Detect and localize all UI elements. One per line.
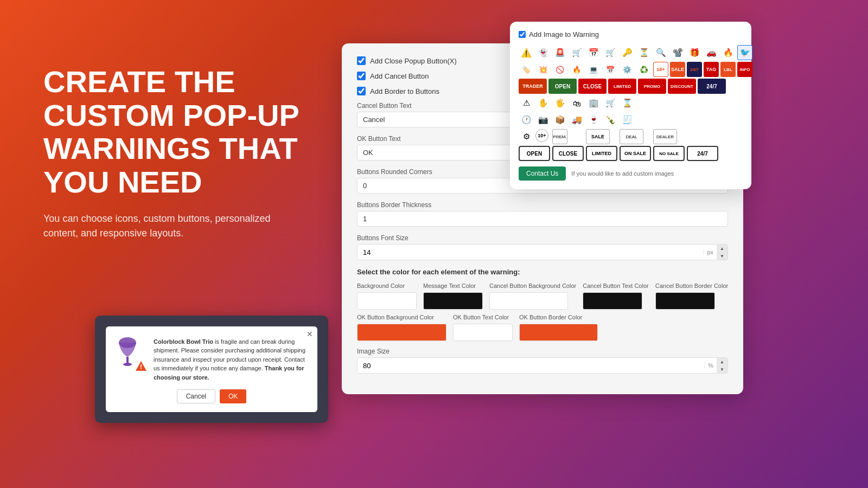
msg-text-color-swatch[interactable] xyxy=(423,292,483,310)
icon-receipt[interactable]: 🧾 xyxy=(620,112,635,127)
icon-badge-trader[interactable]: TRADER xyxy=(519,79,547,94)
icon-warning[interactable]: ⚠️ xyxy=(519,45,534,60)
image-size-up-button[interactable]: ▲ xyxy=(717,358,727,365)
icon-warn-outline[interactable]: ⚠ xyxy=(519,95,534,111)
icon-blank16 xyxy=(636,129,652,144)
icon-key[interactable]: 🔑 xyxy=(620,45,635,60)
ok-bg-color-swatch[interactable] xyxy=(357,324,446,341)
image-size-group: Image Size % ▲ ▼ xyxy=(357,348,728,374)
icon-tag1[interactable]: 🏷️ xyxy=(519,62,534,77)
cancel-text-color-label: Cancel Button Text Color xyxy=(583,282,648,289)
color-col-cancel-border: Cancel Button Border Color xyxy=(655,282,729,310)
icon-cart3[interactable]: 🛒 xyxy=(603,95,618,111)
icon-magnify[interactable]: 🔍 xyxy=(653,45,668,60)
icon-badge-orange[interactable]: LBL xyxy=(720,62,736,77)
icon-badge-close[interactable]: CLOSE xyxy=(578,79,607,94)
icon-clock[interactable]: 🕐 xyxy=(519,112,534,127)
preview-ok-button[interactable]: OK xyxy=(220,389,246,403)
icon-badge-247[interactable]: 24/7 xyxy=(687,62,702,77)
icon-blank21 xyxy=(737,129,752,144)
font-size-input[interactable] xyxy=(358,245,703,260)
icon-box[interactable]: 📦 xyxy=(552,112,567,127)
preview-cancel-button[interactable]: Cancel xyxy=(177,389,215,403)
add-close-popup-checkbox[interactable] xyxy=(357,56,366,65)
image-size-label: Image Size xyxy=(357,348,728,355)
icon-camera[interactable]: 📷 xyxy=(535,112,551,127)
font-size-up-button[interactable]: ▲ xyxy=(717,245,727,252)
icon-bag[interactable]: 🛍 xyxy=(569,95,584,111)
icon-flame[interactable]: 🔥 xyxy=(569,62,584,77)
icon-laptop[interactable]: 💻 xyxy=(586,62,601,77)
border-thickness-input[interactable] xyxy=(357,211,728,227)
icon-badge-discount[interactable]: DISCOUNT xyxy=(668,79,696,94)
icon-truck[interactable]: 🚚 xyxy=(569,112,584,127)
preview-close-button[interactable]: ✕ xyxy=(307,330,313,338)
icon-ghost[interactable]: 👻 xyxy=(535,45,551,60)
icon-hour2[interactable]: ⌛ xyxy=(620,95,635,111)
icon-badge-247-2[interactable]: 24/7 xyxy=(698,79,726,94)
font-size-input-wrapper: px ▲ ▼ xyxy=(357,244,728,260)
icon-hand2[interactable]: 🖐 xyxy=(552,95,567,111)
icons-row-4: ⚠ ✋ 🖐 🛍 🏢 🛒 ⌛ xyxy=(519,95,743,111)
ok-text-color-swatch[interactable] xyxy=(453,324,513,341)
icon-cart[interactable]: 🛒 xyxy=(569,45,584,60)
icon-gift[interactable]: 🎁 xyxy=(687,45,702,60)
icon-cal2[interactable]: 📅 xyxy=(603,62,618,77)
image-picker-header-label: Add Image to Warning xyxy=(529,30,599,38)
font-size-stepper: ▲ ▼ xyxy=(717,245,727,260)
icon-outline-limited[interactable]: LIMITED xyxy=(586,146,617,161)
add-cancel-label: Add Cancel Button xyxy=(370,72,429,80)
icon-building[interactable]: 🏢 xyxy=(586,95,601,111)
icon-fire[interactable]: 🔥 xyxy=(720,45,736,60)
icon-badge-limited[interactable]: LIMITED xyxy=(608,79,636,94)
icon-outline-close[interactable]: CLOSE xyxy=(552,146,584,161)
icon-badge-open[interactable]: OPEN xyxy=(548,79,577,94)
icon-recycle[interactable]: ♻️ xyxy=(636,62,652,77)
ok-border-color-swatch[interactable] xyxy=(519,324,598,341)
color-col-ok-text: OK Button Text Color xyxy=(453,314,513,341)
icon-outline-247[interactable]: 24/7 xyxy=(687,146,718,161)
bg-color-swatch[interactable] xyxy=(357,292,417,310)
icon-no[interactable]: 🚫 xyxy=(552,62,567,77)
contact-us-button[interactable]: Contact Us xyxy=(519,166,566,181)
icon-cart2[interactable]: 🛒 xyxy=(603,45,618,60)
icon-badge-sale[interactable]: SALE xyxy=(670,62,685,77)
cancel-text-color-swatch[interactable] xyxy=(583,292,642,310)
icon-gear[interactable]: ⚙️ xyxy=(620,62,635,77)
icon-outline-no-sale[interactable]: NO SALE xyxy=(653,146,685,161)
icon-blank19 xyxy=(704,129,719,144)
add-cancel-checkbox[interactable] xyxy=(357,72,366,80)
icon-film[interactable]: 📽️ xyxy=(670,45,685,60)
add-image-checkbox[interactable] xyxy=(519,31,526,38)
icon-blank13 xyxy=(720,112,736,127)
icon-fire2[interactable]: 💥 xyxy=(535,62,551,77)
icon-outline-premier[interactable]: PREM. xyxy=(552,129,567,144)
icon-hourglass[interactable]: ⏳ xyxy=(636,45,652,60)
icon-bird[interactable]: 🐦 xyxy=(737,45,752,60)
image-size-down-button[interactable]: ▼ xyxy=(717,365,727,373)
image-size-unit: % xyxy=(704,362,717,369)
icon-badge-dk[interactable]: INFO xyxy=(737,62,752,77)
image-size-input[interactable] xyxy=(358,358,704,373)
color-row-2: OK Button Background Color OK Button Tex… xyxy=(357,314,728,341)
add-border-checkbox[interactable] xyxy=(357,87,366,95)
image-size-input-wrapper: % ▲ ▼ xyxy=(357,357,728,374)
font-size-down-button[interactable]: ▼ xyxy=(717,252,727,260)
icon-badge-red1[interactable]: TAG xyxy=(704,62,719,77)
icon-outline-open[interactable]: OPEN xyxy=(519,146,550,161)
cancel-border-color-swatch[interactable] xyxy=(655,292,715,310)
icon-outline-sale2[interactable]: ON SALE xyxy=(620,146,651,161)
icon-bottle[interactable]: 🍾 xyxy=(603,112,618,127)
icon-wine[interactable]: 🍷 xyxy=(586,112,601,127)
icon-car[interactable]: 🚗 xyxy=(704,45,719,60)
icon-badge-promo1[interactable]: PROMO xyxy=(638,79,666,94)
icon-hand[interactable]: ✋ xyxy=(535,95,551,111)
icon-18plus[interactable]: 18+ xyxy=(653,62,668,77)
icon-calendar[interactable]: 📅 xyxy=(586,45,601,60)
svg-text:!: ! xyxy=(140,363,142,371)
icon-fire-warning[interactable]: 🚨 xyxy=(552,45,567,60)
icon-settings[interactable]: ⚙ xyxy=(519,129,534,144)
icon-10plus[interactable]: 10+ xyxy=(535,129,548,142)
preview-buttons: Cancel OK xyxy=(117,389,307,403)
cancel-bg-color-swatch[interactable] xyxy=(489,292,568,310)
